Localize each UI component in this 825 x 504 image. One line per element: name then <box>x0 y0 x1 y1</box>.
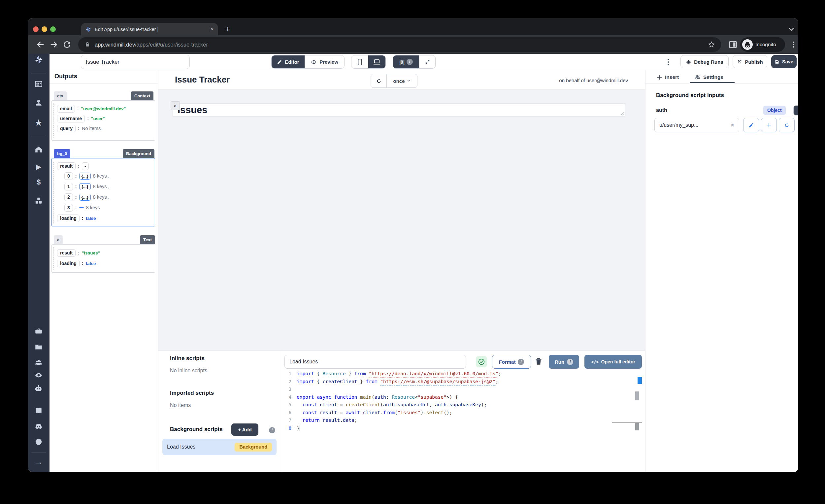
resources-icon[interactable] <box>34 196 43 205</box>
code-line[interactable]: 8} <box>282 424 642 432</box>
refresh-icon <box>784 122 790 128</box>
add-resource-button[interactable] <box>761 118 777 132</box>
collapse-button[interactable]: - <box>82 162 89 170</box>
index-pill[interactable]: 0 <box>64 172 73 180</box>
tab-search-button[interactable] <box>786 24 796 34</box>
output-row-username: username:"user" <box>57 115 104 123</box>
user-icon[interactable] <box>34 98 43 107</box>
reload-button[interactable] <box>62 40 72 50</box>
key-pill[interactable]: email <box>57 105 75 113</box>
static-mode-button[interactable] <box>794 105 798 115</box>
variables-dollar-icon[interactable]: $ <box>34 177 43 187</box>
home-icon[interactable] <box>34 145 43 154</box>
kebab-menu-icon <box>665 56 672 68</box>
code-line[interactable]: 2import { createClient } from "https://e… <box>282 378 642 386</box>
key-pill[interactable]: loading <box>57 260 80 267</box>
object-expand-button[interactable] <box>79 207 84 208</box>
line-number: 4 <box>282 393 291 401</box>
key-pill[interactable]: query <box>57 125 76 132</box>
inline-scripts-empty: No inline scripts <box>170 368 207 374</box>
apps-icon[interactable] <box>34 80 43 89</box>
code-line[interactable]: 1import { Resource } from "https://deno.… <box>282 370 642 378</box>
desktop-view-button[interactable] <box>368 56 385 68</box>
code-line[interactable]: 7 return result.data; <box>282 417 642 424</box>
code-icon: </> <box>591 359 599 364</box>
schema-explorer-button[interactable]: |0| i <box>393 56 419 68</box>
bookmark-star-icon[interactable] <box>708 41 715 48</box>
code-line[interactable]: 6 const result = await client.from("issu… <box>282 409 642 417</box>
value-string: "user" <box>91 116 104 121</box>
refresh-button[interactable] <box>371 74 386 87</box>
traffic-zoom-button[interactable] <box>50 26 56 32</box>
expand-sidebar-arrow-icon[interactable]: → <box>34 457 43 466</box>
object-expand-button[interactable]: {...} <box>79 194 91 201</box>
incognito-badge: Incognito <box>740 37 785 52</box>
side-panel-icon[interactable] <box>728 40 738 49</box>
workers-robot-icon[interactable] <box>34 384 43 393</box>
groups-icon[interactable] <box>34 358 43 367</box>
resource-input[interactable]: u/user/my_sup... × <box>654 118 739 132</box>
address-bar[interactable]: app.windmill.dev/apps/edit/u/user/issue-… <box>78 37 721 52</box>
text-component[interactable]: Issues <box>172 103 625 117</box>
code-line[interactable]: 4export async function main(auth: Resour… <box>282 393 642 401</box>
clear-icon[interactable]: × <box>731 122 734 129</box>
app-name-input[interactable]: Issue Tracker <box>81 55 190 69</box>
section-title: Background script inputs <box>656 92 724 99</box>
preview-tab[interactable]: Preview <box>305 56 344 68</box>
star-icon[interactable]: ★ <box>34 118 43 127</box>
windmill-logo[interactable] <box>34 55 43 64</box>
tab-close-icon[interactable]: × <box>211 26 214 32</box>
key-pill[interactable]: result <box>57 249 76 257</box>
run-button[interactable]: Runi <box>549 355 579 369</box>
folders-icon[interactable] <box>34 342 43 352</box>
delete-script-button[interactable] <box>534 357 544 367</box>
edit-resource-button[interactable] <box>743 118 759 132</box>
key-pill[interactable]: result <box>57 162 76 170</box>
jobs-briefcase-icon[interactable] <box>34 327 43 336</box>
add-background-script-button[interactable]: + Add <box>231 424 258 436</box>
resize-handle-icon[interactable] <box>621 112 624 116</box>
mobile-view-button[interactable] <box>352 56 368 68</box>
component-handle[interactable]: a <box>171 101 180 110</box>
horizontal-scrollbar-thumb[interactable] <box>635 423 639 430</box>
runs-play-icon[interactable]: ▶ <box>34 162 43 171</box>
forward-button[interactable] <box>49 39 59 50</box>
back-button[interactable] <box>35 39 46 50</box>
object-expand-button[interactable]: {...} <box>79 183 91 190</box>
github-icon[interactable] <box>34 437 43 447</box>
more-options-button[interactable] <box>665 56 672 68</box>
index-pill[interactable]: 1 <box>64 183 73 191</box>
code-line[interactable]: 5 const client = createClient(auth.supab… <box>282 401 642 409</box>
audit-eye-icon[interactable] <box>34 371 43 380</box>
vertical-scrollbar-thumb[interactable] <box>635 391 639 401</box>
fullscreen-button[interactable] <box>419 56 435 68</box>
save-button[interactable]: Save <box>771 55 797 68</box>
code-editor[interactable]: 1import { Resource } from "https://deno.… <box>282 370 642 433</box>
browser-tab[interactable]: Edit App u/user/issue-tracker | × <box>81 23 218 35</box>
background-script-item[interactable]: Load Issues Background <box>162 439 277 455</box>
output-tab-ctx: ctx <box>54 91 67 100</box>
script-name-input[interactable]: Load Issues <box>285 355 466 369</box>
code-line[interactable]: 3 <box>282 385 642 393</box>
refresh-mode-dropdown[interactable]: once <box>386 74 417 87</box>
format-button[interactable]: Formati <box>492 355 531 369</box>
tab-settings[interactable]: Settings <box>695 73 723 81</box>
traffic-close-button[interactable] <box>33 26 39 32</box>
debug-runs-button[interactable]: Debug Runs <box>680 55 729 68</box>
canvas-area[interactable] <box>158 90 645 351</box>
docs-book-icon[interactable] <box>34 406 43 415</box>
discord-icon[interactable] <box>34 422 43 431</box>
open-full-editor-button[interactable]: </> Open full editor <box>584 355 642 369</box>
key-pill[interactable]: username <box>57 115 85 123</box>
key-pill[interactable]: loading <box>57 215 80 222</box>
index-pill[interactable]: 2 <box>64 194 73 201</box>
tab-insert[interactable]: Insert <box>657 73 679 81</box>
editor-tab[interactable]: Editor <box>272 56 305 68</box>
new-tab-button[interactable]: + <box>223 24 233 34</box>
refresh-resource-button[interactable] <box>779 118 795 132</box>
traffic-minimize-button[interactable] <box>42 26 47 32</box>
index-pill[interactable]: 3 <box>64 204 73 212</box>
object-expand-button[interactable]: {...} <box>79 172 91 179</box>
publish-button[interactable]: Publish <box>733 55 767 68</box>
browser-menu-button[interactable] <box>789 39 798 51</box>
